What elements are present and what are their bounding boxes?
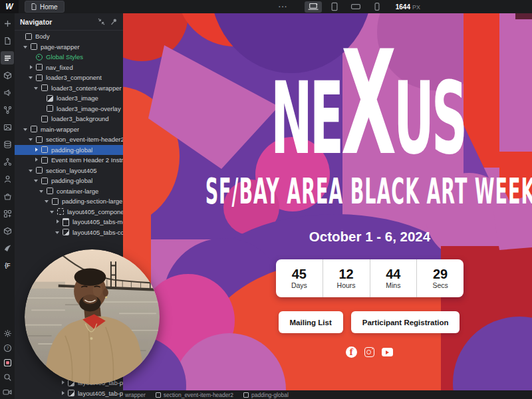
user-icon (3, 175, 12, 184)
audit-panel-button[interactable] (0, 84, 15, 101)
caret-right-icon[interactable] (60, 390, 66, 396)
breakpoint-width-readout[interactable]: 1644PX (396, 3, 420, 11)
caret-down-icon[interactable] (33, 178, 39, 184)
countdown-hours: 12Hours (323, 259, 370, 297)
instagram-link[interactable] (364, 346, 375, 358)
tree-item-layout405-tabs-content[interactable]: layout405_tabs-content (15, 227, 123, 238)
tree-item-loader3-background[interactable]: loader3_background (15, 114, 123, 124)
tree-item-padding-section-large[interactable]: padding-section-large (15, 196, 123, 207)
tree-item-main-wrapper[interactable]: main-wrapper (15, 124, 123, 135)
tree-item-nav-fixed[interactable]: nav_fixed (15, 63, 123, 73)
navigator-header: Navigator (15, 13, 123, 31)
breakpoint-tablet-button[interactable] (326, 1, 343, 13)
element-icon (243, 392, 249, 398)
add-element-button[interactable] (0, 15, 15, 32)
caret-right-icon[interactable] (28, 65, 34, 70)
cms-button[interactable] (0, 136, 15, 153)
tab-home[interactable]: Home (25, 1, 65, 13)
caret-down-icon[interactable] (28, 74, 34, 80)
breakpoint-phone-landscape-button[interactable] (347, 1, 364, 13)
caret-down-icon[interactable] (39, 188, 45, 194)
gear-icon (3, 329, 12, 338)
settings-button[interactable] (0, 326, 15, 340)
components-button[interactable] (0, 66, 15, 84)
breadcrumb-item[interactable]: wrapper (125, 392, 146, 398)
youtube-link[interactable] (382, 346, 393, 358)
breakpoint-desktop-button[interactable] (305, 1, 322, 13)
top-bar: W Home ··· 1644PX (0, 0, 532, 13)
caret-right-icon[interactable] (60, 380, 66, 386)
collapse-all-icon[interactable] (98, 18, 105, 25)
caret-down-icon[interactable] (28, 136, 34, 142)
tree-item-page-wrapper[interactable]: page-wrapper (15, 42, 123, 53)
caret-right-icon[interactable] (33, 157, 39, 163)
tree-item-loader3-content-wrapper[interactable]: loader3_content-wrapper (15, 83, 123, 94)
caret-right-icon[interactable] (33, 147, 39, 153)
tree-item-event-item-header2-instructions[interactable]: Event Item Header 2 Instructions (15, 155, 123, 166)
more-menu-icon[interactable]: ··· (279, 3, 288, 11)
interactions-button[interactable] (0, 101, 15, 118)
element-icon (25, 33, 32, 40)
svg-text:SF/BAY AREA BLACK ART WEEK: SF/BAY AREA BLACK ART WEEK (205, 170, 532, 211)
breadcrumb-item[interactable]: padding-global (243, 392, 289, 398)
caret-down-icon[interactable] (49, 209, 55, 215)
video-tour-button[interactable] (0, 384, 15, 399)
tree-item-loader3-component[interactable]: loader3_component (15, 72, 123, 83)
youtube-icon (382, 348, 393, 356)
tree-item-layout405-component[interactable]: layout405_component (15, 207, 123, 217)
video-camera-icon (3, 388, 12, 396)
webflow-logo-icon[interactable]: W (0, 0, 19, 13)
tree-item-section-event-item-header2[interactable]: section_event-item-header2 (15, 134, 123, 145)
caret-down-icon[interactable] (33, 85, 39, 91)
breakpoint-phone-portrait-button[interactable] (368, 1, 386, 13)
plugins-button[interactable] (0, 239, 15, 257)
finsweet-button[interactable]: {F (0, 257, 15, 274)
caret-down-icon[interactable] (55, 229, 61, 235)
tree-item-layout405-tab-pane[interactable]: layout405_tab-pane (15, 388, 123, 399)
element-icon (52, 198, 59, 205)
caret-right-icon[interactable] (55, 219, 61, 225)
caret-down-icon[interactable] (28, 168, 34, 174)
help-button[interactable]: ? (0, 340, 15, 355)
tree-item-body[interactable]: Body (15, 31, 123, 42)
design-canvas[interactable]: NEXUS SF/BAY AREA BLACK ART WEEK October… (123, 13, 532, 390)
pages-button[interactable] (0, 32, 15, 49)
presenter-video-bubble[interactable] (25, 249, 160, 384)
speaker-icon (3, 88, 12, 97)
navigator-button[interactable] (1, 51, 14, 65)
element-breadcrumb-bar: wrapper section_event-item-header2 paddi… (123, 390, 532, 399)
hero-artwork: NEXUS SF/BAY AREA BLACK ART WEEK October… (123, 13, 532, 390)
pin-panel-icon[interactable] (110, 18, 118, 25)
assets-button[interactable] (0, 118, 15, 136)
swoosh-icon (3, 244, 12, 253)
apps-button[interactable] (0, 205, 15, 222)
xray-toggle-button[interactable] (0, 355, 15, 370)
tree-item-loader3-image-overlay[interactable]: loader3_image-overlay (15, 104, 123, 114)
tree-item-padding-global-selected[interactable]: padding-global (15, 145, 123, 156)
caret-down-icon[interactable] (23, 126, 29, 132)
tree-item-container-large[interactable]: container-large (15, 186, 123, 197)
participant-registration-button[interactable]: Participant Registration (351, 311, 460, 333)
element-icon (36, 167, 43, 174)
tree-item-loader3-image[interactable]: loader3_image (15, 93, 123, 104)
breadcrumb-item[interactable]: section_event-item-header2 (156, 392, 233, 398)
caret-down-icon[interactable] (44, 198, 50, 204)
question-icon: ? (3, 344, 12, 352)
caret-down-icon[interactable] (23, 44, 29, 50)
tree-item-section-layout405[interactable]: section_layout405 (15, 166, 123, 176)
element-icon (156, 392, 161, 398)
page-icon (3, 37, 12, 45)
tree-item-layout405-tabs-menu[interactable]: layout405_tabs-menu (15, 217, 123, 227)
countdown-mins: 44Mins (370, 259, 417, 297)
image-icon (3, 123, 12, 132)
libraries-button[interactable] (0, 222, 15, 239)
search-button[interactable] (0, 370, 15, 384)
logic-button[interactable] (0, 153, 15, 170)
facebook-link[interactable]: f (346, 346, 357, 358)
navigator-title: Navigator (20, 18, 52, 26)
ecommerce-button[interactable] (0, 188, 15, 205)
tree-item-padding-global[interactable]: padding-global (15, 176, 123, 186)
mailing-list-button[interactable]: Mailing List (279, 311, 343, 333)
tree-item-global-styles[interactable]: Global Styles (15, 52, 123, 63)
users-button[interactable] (0, 170, 15, 188)
